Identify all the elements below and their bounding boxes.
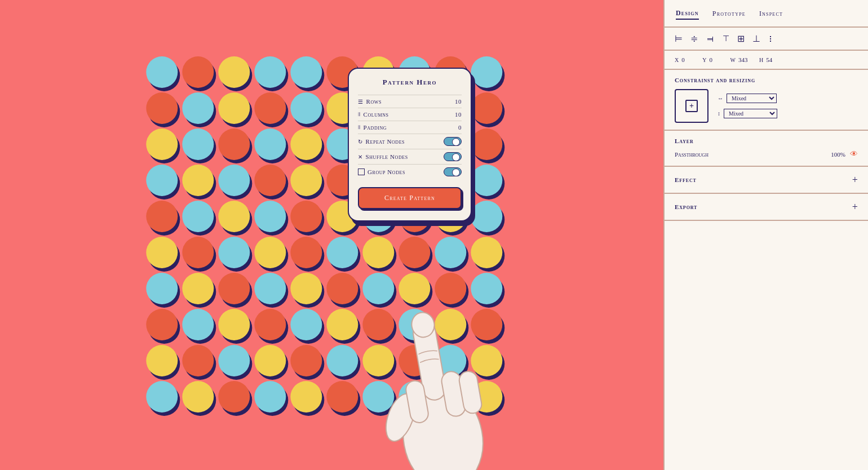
- dot-cell: [146, 273, 178, 304]
- constraint-h-select[interactable]: Mixed Left Right Left and Right Center S…: [727, 94, 777, 103]
- repeat-toggle[interactable]: [444, 137, 462, 146]
- y-field: Y 0: [702, 56, 723, 63]
- x-value[interactable]: 0: [681, 56, 696, 63]
- dot-cell: [290, 92, 322, 124]
- dot-cell: [182, 237, 214, 268]
- dot-cell: [254, 201, 286, 232]
- distribute-icon[interactable]: ⫶: [768, 34, 773, 44]
- dot-cell: [218, 92, 250, 124]
- dot-cell: [398, 237, 430, 268]
- right-panel: Design Prototype Inspect ⊨ ≑ ⫤ ⊤ ⊞ ⊥ ⫶ X…: [663, 0, 868, 470]
- dot-cell: [398, 309, 430, 340]
- dot-cell: [146, 56, 178, 88]
- pos-size-row: X 0 Y 0 W 343 H 54: [665, 51, 868, 70]
- align-top-icon[interactable]: ⊤: [723, 34, 729, 43]
- h-field: H 54: [759, 56, 780, 63]
- dot-cell: [182, 92, 214, 124]
- dot-cell: [182, 381, 214, 413]
- dot-cell: [218, 201, 250, 232]
- align-center-h-icon[interactable]: ≑: [690, 33, 698, 44]
- constraint-plus-icon: +: [689, 101, 694, 110]
- tab-prototype[interactable]: Prototype: [712, 10, 746, 19]
- y-label: Y: [702, 57, 706, 63]
- constraint-v-select[interactable]: Mixed Top Bottom Top and Bottom Center S…: [724, 109, 777, 118]
- plugin-row-shuffle: ✕ Shuffle Nodes: [358, 149, 462, 164]
- align-center-v-icon[interactable]: ⊞: [737, 33, 745, 44]
- dot-cell: [326, 273, 358, 304]
- w-label: W: [730, 57, 735, 63]
- dot-cell: [290, 309, 322, 340]
- constraint-h-arrow: ↔: [718, 95, 723, 101]
- dot-cell: [218, 128, 250, 160]
- align-right-icon[interactable]: ⫤: [706, 34, 715, 44]
- shuffle-toggle[interactable]: [444, 152, 462, 161]
- dot-cell: [435, 345, 466, 376]
- dot-cell: [398, 345, 430, 376]
- layer-section: Layer Passthrough 100% 👁: [665, 131, 868, 167]
- dot-cell: [254, 309, 286, 340]
- dot-cell: [182, 345, 214, 376]
- dot-cell: [182, 273, 214, 304]
- plugin-row-repeat: ↻ Repeat Nodes: [358, 134, 462, 149]
- group-checkbox[interactable]: [358, 169, 365, 175]
- padding-value: 0: [458, 124, 462, 131]
- opacity-value[interactable]: 100%: [831, 151, 845, 158]
- repeat-icon: ↻: [358, 139, 363, 145]
- constraint-h-row: ↔ Mixed Left Right Left and Right Center…: [718, 94, 777, 103]
- dot-cell: [254, 345, 286, 376]
- align-bar: ⊨ ≑ ⫤ ⊤ ⊞ ⊥ ⫶: [665, 28, 868, 51]
- constraints-title: Constrainst and resizing: [675, 77, 858, 83]
- columns-value: 10: [455, 111, 462, 118]
- create-pattern-button[interactable]: Create Pattern: [358, 187, 462, 209]
- w-field: W 343: [730, 56, 752, 63]
- y-value[interactable]: 0: [709, 56, 723, 63]
- dot-cell: [254, 92, 286, 124]
- dot-cell: [254, 273, 286, 304]
- layer-mode[interactable]: Passthrough: [675, 151, 708, 158]
- dot-cell: [182, 165, 214, 196]
- dot-cell: [326, 237, 358, 268]
- h-label: H: [759, 57, 763, 63]
- export-section: Export +: [665, 194, 868, 221]
- dot-cell: [471, 201, 502, 232]
- shuffle-icon: ✕: [358, 154, 363, 160]
- dot-cell: [435, 309, 466, 340]
- group-toggle[interactable]: [444, 167, 462, 176]
- align-bottom-icon[interactable]: ⊥: [752, 33, 760, 44]
- dot-cell: [471, 165, 502, 196]
- dot-cell: [290, 237, 322, 268]
- dot-cell: [254, 128, 286, 160]
- constraint-options: ↔ Mixed Left Right Left and Right Center…: [718, 94, 777, 118]
- dot-cell: [290, 165, 322, 196]
- dot-cell: [290, 273, 322, 304]
- dot-cell: [290, 56, 322, 88]
- eye-icon[interactable]: 👁: [850, 150, 858, 159]
- dot-cell: [146, 345, 178, 376]
- rows-label: Rows: [366, 98, 382, 105]
- export-add-button[interactable]: +: [852, 202, 858, 212]
- dot-cell: [362, 237, 394, 268]
- dot-cell: [471, 128, 502, 160]
- dot-cell: [218, 345, 250, 376]
- align-left-icon[interactable]: ⊨: [675, 33, 683, 44]
- plugin-row-rows: ☰ Rows 10: [358, 95, 462, 108]
- dot-cell: [146, 165, 178, 196]
- h-value[interactable]: 54: [766, 56, 780, 63]
- dot-cell: [290, 381, 322, 413]
- dot-cell: [182, 309, 214, 340]
- effect-add-button[interactable]: +: [852, 175, 858, 185]
- padding-icon: ⦀: [358, 124, 361, 131]
- dot-cell: [435, 237, 466, 268]
- tab-design[interactable]: Design: [676, 9, 699, 20]
- dot-cell: [146, 128, 178, 160]
- x-label: X: [675, 57, 679, 63]
- w-value[interactable]: 343: [738, 56, 752, 63]
- effect-label: Effect: [675, 176, 697, 183]
- dot-cell: [218, 56, 250, 88]
- tab-inspect[interactable]: Inspect: [759, 10, 783, 19]
- tab-bar: Design Prototype Inspect: [665, 0, 868, 28]
- dot-cell: [471, 56, 502, 88]
- shuffle-label: Shuffle Nodes: [366, 153, 408, 160]
- dot-cell: [146, 309, 178, 340]
- plugin-title: Pattern Hero: [358, 78, 462, 87]
